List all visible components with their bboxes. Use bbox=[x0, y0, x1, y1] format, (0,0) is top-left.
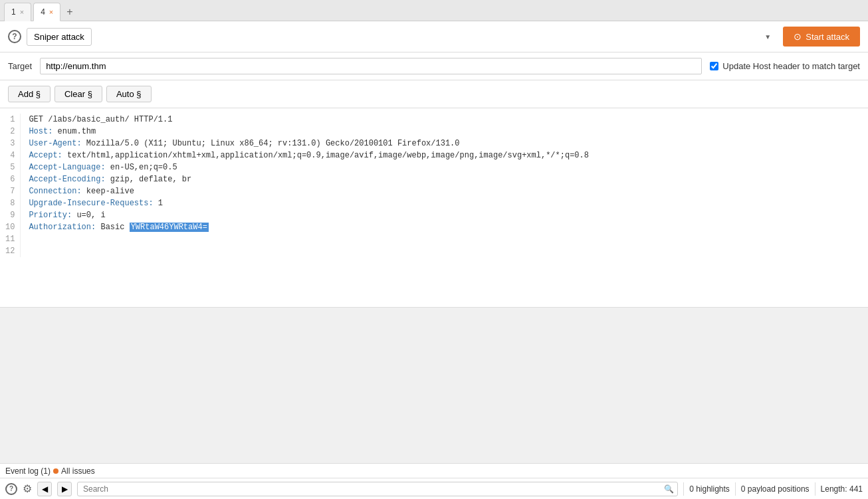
code-line-5: Accept-Language: en-US,en;q=0.5 bbox=[29, 161, 860, 173]
tab-1[interactable]: 1 × bbox=[4, 3, 31, 21]
line-numbers: 1 2 3 4 5 6 7 8 9 10 11 12 bbox=[0, 114, 21, 257]
tab-bar: 1 × 4 × + bbox=[0, 0, 868, 21]
code-line-4: Accept: text/html,application/xhtml+xml,… bbox=[29, 150, 860, 161]
top-toolbar: ? Sniper attack ⊙ Start attack bbox=[0, 21, 868, 52]
code-line-9: Priority: u=0, i bbox=[29, 209, 860, 221]
payload-btn-row: Add § Clear § Auto § bbox=[0, 80, 868, 108]
host-header-checkbox[interactable] bbox=[710, 62, 718, 70]
tab-1-close[interactable]: × bbox=[20, 8, 24, 16]
attack-type-wrapper: Sniper attack bbox=[27, 28, 778, 46]
tab-4[interactable]: 4 × bbox=[33, 3, 60, 21]
host-header-check: Update Host header to match target bbox=[710, 61, 860, 71]
code-line-12 bbox=[29, 245, 860, 257]
code-content-wrapper: 1 2 3 4 5 6 7 8 9 10 11 12 GET /labs/bas… bbox=[0, 114, 868, 257]
start-attack-button[interactable]: ⊙ Start attack bbox=[783, 27, 860, 47]
add-tab-button[interactable]: + bbox=[62, 5, 76, 19]
target-label: Target bbox=[8, 61, 32, 71]
tab-1-label: 1 bbox=[11, 7, 16, 17]
target-row: Target Update Host header to match targe… bbox=[0, 52, 868, 80]
host-header-label: Update Host header to match target bbox=[722, 61, 860, 71]
code-line-3: User-Agent: Mozilla/5.0 (X11; Ubuntu; Li… bbox=[29, 138, 860, 150]
target-input[interactable] bbox=[40, 58, 702, 74]
code-line-7: Connection: keep-alive bbox=[29, 185, 860, 197]
code-line-2: Host: enum.thm bbox=[29, 126, 860, 138]
code-line-8: Upgrade-Insecure-Requests: 1 bbox=[29, 197, 860, 209]
code-line-1: GET /labs/basic_auth/ HTTP/1.1 bbox=[29, 114, 860, 126]
auto-section-button[interactable]: Auto § bbox=[106, 86, 152, 102]
code-editor[interactable]: 1 2 3 4 5 6 7 8 9 10 11 12 GET /labs/bas… bbox=[0, 108, 868, 308]
tab-4-close[interactable]: × bbox=[49, 8, 53, 16]
help-icon[interactable]: ? bbox=[8, 30, 21, 43]
attack-type-select[interactable]: Sniper attack bbox=[27, 28, 92, 46]
start-icon: ⊙ bbox=[794, 31, 802, 42]
code-line-11 bbox=[29, 233, 860, 245]
code-text: GET /labs/basic_auth/ HTTP/1.1 Host: enu… bbox=[21, 114, 868, 257]
code-line-10: Authorization: Basic YWRtaW46YWRtaW4= bbox=[29, 221, 860, 233]
clear-section-button[interactable]: Clear § bbox=[54, 86, 102, 102]
start-attack-label: Start attack bbox=[806, 32, 849, 42]
tab-4-label: 4 bbox=[41, 7, 45, 17]
add-section-button[interactable]: Add § bbox=[8, 86, 51, 102]
highlighted-value: YWRtaW46YWRtaW4= bbox=[130, 223, 209, 232]
code-line-6: Accept-Encoding: gzip, deflate, br bbox=[29, 173, 860, 185]
